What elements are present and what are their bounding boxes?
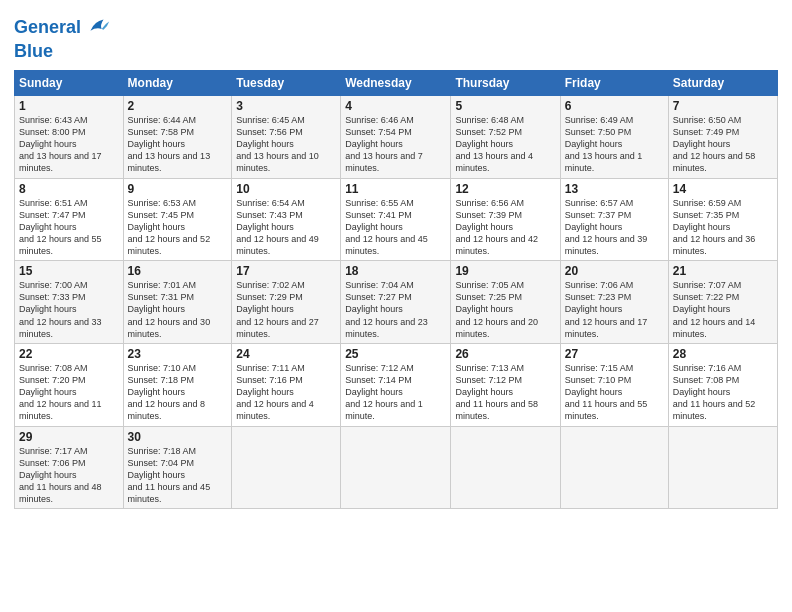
day-detail: Sunrise: 6:46 AMSunset: 7:54 PMDaylight … [345,115,423,174]
day-number: 8 [19,182,119,196]
day-detail: Sunrise: 6:56 AMSunset: 7:39 PMDaylight … [455,198,538,257]
day-detail: Sunrise: 6:53 AMSunset: 7:45 PMDaylight … [128,198,211,257]
calendar-cell: 13Sunrise: 6:57 AMSunset: 7:37 PMDayligh… [560,178,668,261]
day-detail: Sunrise: 7:08 AMSunset: 7:20 PMDaylight … [19,363,102,422]
day-detail: Sunrise: 6:59 AMSunset: 7:35 PMDaylight … [673,198,756,257]
day-detail: Sunrise: 7:18 AMSunset: 7:04 PMDaylight … [128,446,211,505]
calendar-cell [341,426,451,509]
day-number: 9 [128,182,228,196]
calendar-cell: 26Sunrise: 7:13 AMSunset: 7:12 PMDayligh… [451,343,560,426]
day-number: 2 [128,99,228,113]
day-number: 14 [673,182,773,196]
day-number: 10 [236,182,336,196]
calendar-cell: 14Sunrise: 6:59 AMSunset: 7:35 PMDayligh… [668,178,777,261]
day-number: 6 [565,99,664,113]
calendar-cell: 18Sunrise: 7:04 AMSunset: 7:27 PMDayligh… [341,261,451,344]
day-detail: Sunrise: 6:44 AMSunset: 7:58 PMDaylight … [128,115,211,174]
day-detail: Sunrise: 7:01 AMSunset: 7:31 PMDaylight … [128,280,211,339]
day-detail: Sunrise: 6:57 AMSunset: 7:37 PMDaylight … [565,198,648,257]
logo-text-general: General [14,18,81,38]
calendar-week-4: 22Sunrise: 7:08 AMSunset: 7:20 PMDayligh… [15,343,778,426]
calendar-cell: 16Sunrise: 7:01 AMSunset: 7:31 PMDayligh… [123,261,232,344]
day-number: 12 [455,182,555,196]
col-header-wednesday: Wednesday [341,70,451,95]
col-header-friday: Friday [560,70,668,95]
calendar-cell: 19Sunrise: 7:05 AMSunset: 7:25 PMDayligh… [451,261,560,344]
calendar-cell: 21Sunrise: 7:07 AMSunset: 7:22 PMDayligh… [668,261,777,344]
day-detail: Sunrise: 7:15 AMSunset: 7:10 PMDaylight … [565,363,648,422]
calendar-cell: 23Sunrise: 7:10 AMSunset: 7:18 PMDayligh… [123,343,232,426]
col-header-sunday: Sunday [15,70,124,95]
day-detail: Sunrise: 6:43 AMSunset: 8:00 PMDaylight … [19,115,102,174]
page-container: General Blue SundayMondayTuesdayWednesda… [0,0,792,612]
day-number: 20 [565,264,664,278]
day-number: 21 [673,264,773,278]
calendar-cell: 12Sunrise: 6:56 AMSunset: 7:39 PMDayligh… [451,178,560,261]
day-number: 29 [19,430,119,444]
col-header-saturday: Saturday [668,70,777,95]
calendar-cell: 2Sunrise: 6:44 AMSunset: 7:58 PMDaylight… [123,95,232,178]
day-number: 5 [455,99,555,113]
day-number: 3 [236,99,336,113]
calendar-cell [668,426,777,509]
day-number: 24 [236,347,336,361]
header: General Blue [14,10,778,62]
day-detail: Sunrise: 7:07 AMSunset: 7:22 PMDaylight … [673,280,756,339]
calendar-cell: 29Sunrise: 7:17 AMSunset: 7:06 PMDayligh… [15,426,124,509]
calendar-cell: 30Sunrise: 7:18 AMSunset: 7:04 PMDayligh… [123,426,232,509]
day-number: 4 [345,99,446,113]
col-header-monday: Monday [123,70,232,95]
day-number: 22 [19,347,119,361]
calendar-cell: 4Sunrise: 6:46 AMSunset: 7:54 PMDaylight… [341,95,451,178]
calendar-week-1: 1Sunrise: 6:43 AMSunset: 8:00 PMDaylight… [15,95,778,178]
day-detail: Sunrise: 7:04 AMSunset: 7:27 PMDaylight … [345,280,428,339]
day-number: 11 [345,182,446,196]
calendar-cell: 3Sunrise: 6:45 AMSunset: 7:56 PMDaylight… [232,95,341,178]
calendar-cell: 24Sunrise: 7:11 AMSunset: 7:16 PMDayligh… [232,343,341,426]
day-number: 26 [455,347,555,361]
day-number: 15 [19,264,119,278]
calendar-cell: 27Sunrise: 7:15 AMSunset: 7:10 PMDayligh… [560,343,668,426]
calendar-week-5: 29Sunrise: 7:17 AMSunset: 7:06 PMDayligh… [15,426,778,509]
day-detail: Sunrise: 6:45 AMSunset: 7:56 PMDaylight … [236,115,319,174]
calendar-table: SundayMondayTuesdayWednesdayThursdayFrid… [14,70,778,510]
day-detail: Sunrise: 7:16 AMSunset: 7:08 PMDaylight … [673,363,756,422]
day-detail: Sunrise: 6:48 AMSunset: 7:52 PMDaylight … [455,115,533,174]
calendar-cell: 1Sunrise: 6:43 AMSunset: 8:00 PMDaylight… [15,95,124,178]
day-detail: Sunrise: 6:50 AMSunset: 7:49 PMDaylight … [673,115,756,174]
calendar-body: 1Sunrise: 6:43 AMSunset: 8:00 PMDaylight… [15,95,778,509]
day-number: 1 [19,99,119,113]
day-detail: Sunrise: 7:10 AMSunset: 7:18 PMDaylight … [128,363,206,422]
day-detail: Sunrise: 7:11 AMSunset: 7:16 PMDaylight … [236,363,314,422]
calendar-cell [232,426,341,509]
calendar-cell: 22Sunrise: 7:08 AMSunset: 7:20 PMDayligh… [15,343,124,426]
calendar-cell: 5Sunrise: 6:48 AMSunset: 7:52 PMDaylight… [451,95,560,178]
calendar-week-3: 15Sunrise: 7:00 AMSunset: 7:33 PMDayligh… [15,261,778,344]
calendar-cell: 15Sunrise: 7:00 AMSunset: 7:33 PMDayligh… [15,261,124,344]
day-number: 23 [128,347,228,361]
calendar-cell: 6Sunrise: 6:49 AMSunset: 7:50 PMDaylight… [560,95,668,178]
day-number: 27 [565,347,664,361]
day-number: 18 [345,264,446,278]
logo-text-blue: Blue [14,42,53,62]
day-number: 17 [236,264,336,278]
day-number: 7 [673,99,773,113]
day-detail: Sunrise: 7:02 AMSunset: 7:29 PMDaylight … [236,280,319,339]
calendar-cell: 20Sunrise: 7:06 AMSunset: 7:23 PMDayligh… [560,261,668,344]
day-detail: Sunrise: 7:06 AMSunset: 7:23 PMDaylight … [565,280,648,339]
calendar-cell: 7Sunrise: 6:50 AMSunset: 7:49 PMDaylight… [668,95,777,178]
day-number: 25 [345,347,446,361]
day-number: 28 [673,347,773,361]
day-number: 16 [128,264,228,278]
calendar-cell [560,426,668,509]
calendar-cell: 8Sunrise: 6:51 AMSunset: 7:47 PMDaylight… [15,178,124,261]
day-number: 19 [455,264,555,278]
col-header-tuesday: Tuesday [232,70,341,95]
col-header-thursday: Thursday [451,70,560,95]
day-number: 13 [565,182,664,196]
calendar-week-2: 8Sunrise: 6:51 AMSunset: 7:47 PMDaylight… [15,178,778,261]
calendar-cell: 25Sunrise: 7:12 AMSunset: 7:14 PMDayligh… [341,343,451,426]
day-detail: Sunrise: 7:05 AMSunset: 7:25 PMDaylight … [455,280,538,339]
day-detail: Sunrise: 6:54 AMSunset: 7:43 PMDaylight … [236,198,319,257]
day-detail: Sunrise: 6:55 AMSunset: 7:41 PMDaylight … [345,198,428,257]
